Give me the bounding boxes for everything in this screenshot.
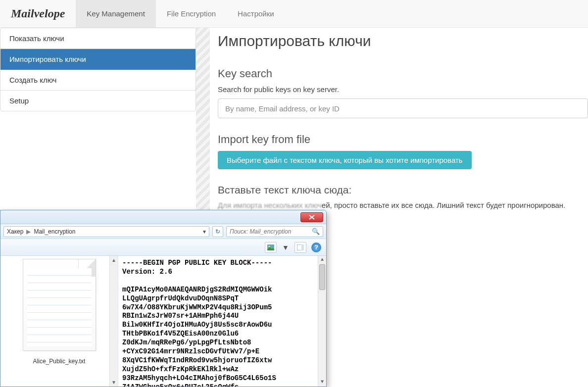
nav-settings[interactable]: Настройки — [227, 0, 285, 27]
preview-pane-icon — [297, 244, 304, 250]
brand-logo: Mailvelope — [0, 0, 76, 27]
section-import-file: Import key from file Выберите файл с тек… — [218, 133, 588, 169]
preview-pane-button[interactable] — [294, 242, 306, 253]
sidebar-item-setup[interactable]: Setup — [0, 91, 196, 111]
scroll-down-icon[interactable]: ▼ — [110, 378, 118, 387]
file-name-label: Alice_Public_key.txt — [33, 358, 86, 365]
sidebar-item-show-keys[interactable]: Показать ключи — [0, 28, 196, 49]
content-gutter — [196, 28, 210, 224]
search-icon: 🔍 — [312, 228, 320, 235]
key-search-input[interactable] — [218, 98, 588, 118]
scroll-up-icon[interactable]: ▲ — [318, 256, 326, 264]
nav-file-encryption[interactable]: File Encryption — [156, 0, 227, 27]
page-title: Импортировать ключи — [218, 33, 588, 49]
scrollbar-thumb[interactable] — [319, 264, 325, 290]
view-dropdown[interactable]: ▼ — [282, 242, 290, 253]
path-segment[interactable]: Mail_encryption — [34, 228, 75, 235]
main-content: Импортировать ключи Key search Search fo… — [210, 28, 588, 224]
picture-icon — [267, 244, 274, 250]
chevron-down-icon[interactable]: ▾ — [203, 228, 206, 235]
chevron-right-icon: ▶ — [26, 228, 31, 235]
explorer-toolbar: ▼ ? — [0, 239, 326, 256]
nav-key-management[interactable]: Key Management — [76, 0, 156, 27]
top-navbar: Mailvelope Key Management File Encryptio… — [0, 0, 588, 28]
explorer-file-list[interactable]: Alice_Public_key.txt ▲ ▼ — [0, 256, 118, 387]
scroll-down-icon[interactable]: ▼ — [318, 378, 326, 387]
paste-key-heading: Вставьте текст ключа сюда: — [218, 184, 588, 196]
explorer-search[interactable]: 🔍 — [226, 226, 323, 237]
sidebar: Показать ключи Импортировать ключи Созда… — [0, 28, 196, 224]
explorer-address-bar: Хакер ▶ Mail_encryption ▾ ↻ 🔍 — [0, 224, 326, 239]
refresh-icon: ↻ — [215, 228, 220, 235]
view-thumbnails-button[interactable] — [265, 242, 277, 253]
file-list-scrollbar[interactable]: ▲ ▼ — [109, 256, 118, 387]
window-close-button[interactable] — [300, 212, 323, 222]
sidebar-item-import-keys[interactable]: Импортировать ключи — [0, 49, 196, 70]
import-file-heading: Import key from file — [218, 133, 588, 146]
close-icon — [309, 215, 315, 220]
path-segment[interactable]: Хакер — [7, 228, 23, 235]
preview-text: -----BEGIN PGP PUBLIC KEY BLOCK----- Ver… — [122, 259, 276, 387]
help-button[interactable]: ? — [311, 242, 321, 252]
file-explorer-window: Хакер ▶ Mail_encryption ▾ ↻ 🔍 ▼ ? Ali — [0, 210, 327, 387]
explorer-path[interactable]: Хакер ▶ Mail_encryption ▾ — [3, 226, 209, 237]
text-file-icon — [27, 268, 92, 346]
scroll-up-icon[interactable]: ▲ — [110, 256, 118, 264]
paste-key-hint: Для импорта нескольких ключей, просто вс… — [218, 201, 588, 209]
svg-rect-3 — [301, 244, 304, 250]
explorer-search-input[interactable] — [230, 228, 312, 235]
section-paste-key: Вставьте текст ключа сюда: Для импорта н… — [218, 184, 588, 209]
preview-scrollbar[interactable]: ▲ ▼ — [318, 256, 326, 387]
choose-key-file-button[interactable]: Выберите файл с текстом ключа, который в… — [218, 151, 472, 169]
explorer-preview-pane[interactable]: -----BEGIN PGP PUBLIC KEY BLOCK----- Ver… — [118, 256, 326, 387]
section-key-search: Key search Search for public keys on key… — [218, 67, 588, 118]
key-search-heading: Key search — [218, 67, 588, 80]
key-search-help: Search for public keys on key server. — [218, 85, 588, 94]
help-icon: ? — [314, 243, 318, 251]
explorer-titlebar[interactable] — [0, 210, 326, 224]
refresh-button[interactable]: ↻ — [212, 226, 223, 237]
sidebar-item-create-key[interactable]: Создать ключ — [0, 70, 196, 91]
file-item[interactable] — [23, 259, 96, 351]
